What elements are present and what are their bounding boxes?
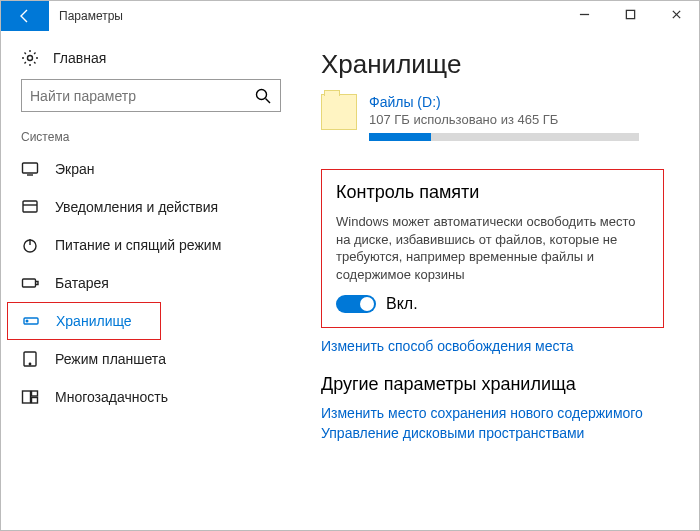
home-label: Главная bbox=[53, 50, 106, 66]
search-icon bbox=[254, 87, 272, 105]
maximize-button[interactable] bbox=[607, 1, 653, 31]
close-icon bbox=[671, 9, 682, 23]
close-button[interactable] bbox=[653, 1, 699, 31]
sidebar-item-display[interactable]: Экран bbox=[1, 150, 301, 188]
battery-icon bbox=[21, 274, 39, 292]
svg-rect-0 bbox=[626, 10, 634, 18]
maximize-icon bbox=[625, 9, 636, 23]
svg-rect-3 bbox=[23, 163, 38, 173]
minimize-button[interactable] bbox=[561, 1, 607, 31]
change-free-space-link[interactable]: Изменить способ освобождения места bbox=[321, 338, 669, 354]
arrow-left-icon bbox=[16, 7, 34, 25]
svg-rect-12 bbox=[32, 391, 38, 396]
sidebar-item-label: Питание и спящий режим bbox=[55, 237, 221, 253]
storage-sense-toggle[interactable] bbox=[336, 295, 376, 313]
page-title: Хранилище bbox=[321, 49, 669, 80]
titlebar: Параметры bbox=[1, 1, 699, 31]
sidebar-item-label: Многозадачность bbox=[55, 389, 168, 405]
svg-rect-4 bbox=[23, 201, 37, 212]
svg-rect-11 bbox=[23, 391, 31, 403]
minimize-icon bbox=[579, 9, 590, 23]
section-label: Система bbox=[1, 130, 301, 150]
svg-point-2 bbox=[257, 89, 267, 99]
svg-rect-6 bbox=[23, 279, 36, 287]
search-box[interactable] bbox=[21, 79, 281, 112]
home-nav[interactable]: Главная bbox=[1, 43, 301, 79]
toggle-label: Вкл. bbox=[386, 295, 418, 313]
sidebar-item-power[interactable]: Питание и спящий режим bbox=[1, 226, 301, 264]
power-icon bbox=[21, 236, 39, 254]
sidebar-item-tablet[interactable]: Режим планшета bbox=[1, 340, 301, 378]
usage-bar-fill bbox=[369, 133, 431, 141]
storage-sense-description: Windows может автоматически освободить м… bbox=[336, 213, 649, 283]
svg-point-1 bbox=[28, 56, 33, 61]
notification-icon bbox=[21, 198, 39, 216]
tablet-icon bbox=[21, 350, 39, 368]
back-button[interactable] bbox=[1, 1, 49, 31]
gear-icon bbox=[21, 49, 39, 67]
manage-storage-spaces-link[interactable]: Управление дисковыми пространствами bbox=[321, 425, 669, 441]
svg-point-10 bbox=[29, 363, 30, 364]
sidebar-item-notifications[interactable]: Уведомления и действия bbox=[1, 188, 301, 226]
multitask-icon bbox=[21, 388, 39, 406]
main-panel: Хранилище Файлы (D:) 107 ГБ использовано… bbox=[301, 31, 699, 530]
sidebar-item-label: Батарея bbox=[55, 275, 109, 291]
folder-icon bbox=[321, 94, 357, 130]
display-icon bbox=[21, 160, 39, 178]
svg-point-8 bbox=[26, 320, 28, 322]
storage-sense-title: Контроль памяти bbox=[336, 182, 649, 203]
other-settings-heading: Другие параметры хранилища bbox=[321, 374, 669, 395]
usage-bar bbox=[369, 133, 639, 141]
change-save-location-link[interactable]: Изменить место сохранения нового содержи… bbox=[321, 405, 669, 421]
sidebar-item-label: Уведомления и действия bbox=[55, 199, 218, 215]
search-input[interactable] bbox=[30, 88, 254, 104]
sidebar-item-label: Режим планшета bbox=[55, 351, 166, 367]
window-title: Параметры bbox=[49, 1, 133, 31]
drive-row[interactable]: Файлы (D:) 107 ГБ использовано из 465 ГБ bbox=[321, 94, 669, 141]
svg-rect-13 bbox=[32, 398, 38, 404]
sidebar-item-multitask[interactable]: Многозадачность bbox=[1, 378, 301, 416]
sidebar-item-label: Экран bbox=[55, 161, 95, 177]
drive-usage-text: 107 ГБ использовано из 465 ГБ bbox=[369, 112, 669, 127]
sidebar: Главная Система Экран Уведомления и дейс… bbox=[1, 31, 301, 530]
sidebar-item-battery[interactable]: Батарея bbox=[1, 264, 301, 302]
sidebar-item-storage[interactable]: Хранилище bbox=[7, 302, 161, 340]
storage-icon bbox=[22, 312, 40, 330]
sidebar-item-label: Хранилище bbox=[56, 313, 132, 329]
storage-sense-box: Контроль памяти Windows может автоматиче… bbox=[321, 169, 664, 328]
drive-name-link[interactable]: Файлы (D:) bbox=[369, 94, 669, 110]
